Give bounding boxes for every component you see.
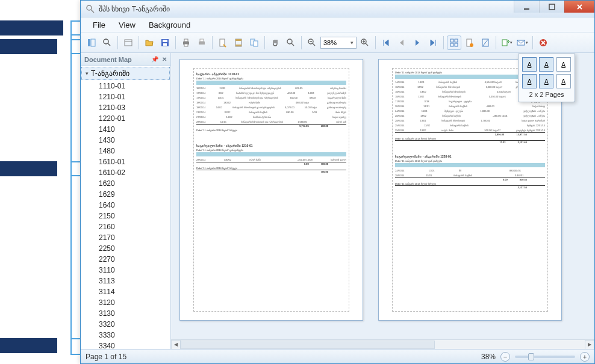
thumb-cell[interactable]: A: [539, 74, 553, 88]
thumb-cell[interactable]: A: [556, 57, 571, 72]
table-row: 28/01/1413/01ბინადარს საქმის0.48 /01: [395, 173, 545, 177]
tree-item[interactable]: 2150: [81, 211, 170, 221]
zoom-value: 38%: [323, 39, 337, 46]
tree-item[interactable]: 2170: [81, 232, 170, 243]
tree-item[interactable]: 1110-01: [81, 81, 170, 91]
multi-page-popup[interactable]: A A A A A A 2 x 2 Pages: [518, 53, 575, 102]
page-thumbnail-1[interactable]: სალარო - ანგარიში 1110-01 Debit '11 იანვ…: [179, 59, 363, 321]
tree-item[interactable]: 1410: [81, 124, 170, 135]
tree-item[interactable]: 3114: [81, 286, 170, 297]
zoom-in-button[interactable]: [358, 35, 372, 50]
color-button[interactable]: [463, 35, 477, 50]
zoom-in-round-button[interactable]: +: [580, 352, 590, 362]
maximize-button[interactable]: [539, 1, 564, 13]
tree-item[interactable]: 1210-01: [81, 91, 170, 102]
docmap-toggle-button[interactable]: [84, 35, 99, 50]
table-row: 21/01/1420/02ბინადარს საქმის880.005/03მა…: [196, 110, 346, 114]
svg-rect-43: [502, 40, 507, 46]
table-row: 28/01/1414/15ბინადარს ხმოისთვის და ოპერა…: [196, 119, 346, 124]
watermark-button[interactable]: [478, 35, 493, 50]
last-page-button[interactable]: [426, 35, 440, 50]
menu-background[interactable]: Background: [143, 19, 196, 31]
customize-button[interactable]: [121, 35, 136, 50]
tree-item[interactable]: 1620: [81, 178, 170, 189]
menu-view[interactable]: View: [113, 19, 142, 31]
header-footer-button[interactable]: [231, 35, 246, 50]
zoom-out-button[interactable]: [305, 35, 319, 50]
menubar: File View Background: [81, 17, 594, 32]
thumb-cell[interactable]: A: [522, 57, 537, 72]
menu-file[interactable]: File: [87, 19, 111, 31]
titlebar: შპს სხივი T-ანგარიში: [81, 1, 594, 17]
multi-page-button[interactable]: [447, 35, 461, 50]
svg-rect-38: [455, 43, 458, 46]
zoom-combo[interactable]: 38%: [320, 37, 357, 49]
tree-item[interactable]: 3113: [81, 276, 170, 286]
print-button[interactable]: [179, 35, 193, 50]
thumb-cell[interactable]: A: [522, 74, 537, 88]
svg-line-30: [313, 43, 315, 46]
export-button[interactable]: ▾: [499, 35, 514, 50]
preview-hscrollbar[interactable]: ◀ ▶: [171, 339, 594, 349]
email-button[interactable]: ▾: [515, 35, 529, 50]
scroll-right-button[interactable]: ▶: [585, 340, 594, 350]
table-row: 27/01/1414/02მომსახ პერსონასავაი ავაზევ: [196, 114, 346, 119]
zoom-out-round-button[interactable]: −: [500, 352, 510, 362]
document-map-tree[interactable]: T-ანგარიში 1110-011210-011210-031220-011…: [81, 66, 170, 349]
scroll-thumb[interactable]: [181, 341, 435, 349]
scroll-left-button[interactable]: ◀: [171, 340, 181, 350]
tree-item[interactable]: 3120: [81, 297, 170, 308]
page-indicator: Page 1 of 15: [86, 353, 126, 361]
preview-area[interactable]: სალარო - ანგარიში 1110-01 Debit '11 იანვ…: [171, 53, 594, 349]
tree-item[interactable]: 1210-03: [81, 102, 170, 113]
svg-rect-16: [184, 39, 188, 42]
save-button[interactable]: [158, 35, 172, 50]
table-row: 20/01/1411/01ბინადარს საქმის-480.00სატი …: [395, 103, 545, 108]
tree-item[interactable]: 1430: [81, 135, 170, 146]
first-page-button[interactable]: [379, 35, 393, 50]
tree-item[interactable]: 2160: [81, 221, 170, 232]
next-page-button[interactable]: [410, 35, 425, 50]
svg-rect-7: [91, 39, 95, 46]
quick-print-button[interactable]: [195, 35, 209, 50]
tree-item[interactable]: 2270: [81, 254, 170, 265]
svg-rect-22: [235, 39, 241, 41]
tree-item[interactable]: 3110: [81, 265, 170, 276]
tree-item[interactable]: 1610-02: [81, 167, 170, 178]
tree-item[interactable]: 3320: [81, 319, 170, 330]
pin-icon[interactable]: 📌: [151, 56, 158, 63]
open-button[interactable]: [142, 35, 157, 50]
svg-rect-37: [450, 43, 453, 46]
scale-button[interactable]: [247, 35, 261, 50]
thumb-cell[interactable]: A: [539, 57, 553, 72]
tree-item[interactable]: 1629: [81, 189, 170, 200]
table-row: 17/01/1414/15ბინადარს ხმოისთვის და ოპერა…: [196, 95, 346, 100]
magnifier-button[interactable]: [284, 35, 298, 50]
page-setup-button[interactable]: [216, 35, 230, 50]
svg-rect-10: [125, 40, 132, 46]
tree-item[interactable]: 1220-01: [81, 113, 170, 124]
close-panel-icon[interactable]: ✕: [162, 56, 167, 63]
tree-item[interactable]: 1610-01: [81, 156, 170, 167]
search-button[interactable]: [100, 35, 114, 50]
minimize-button[interactable]: [514, 1, 539, 13]
close-preview-button[interactable]: [536, 35, 550, 50]
close-button[interactable]: [564, 1, 594, 13]
tree-item[interactable]: 2250: [81, 243, 170, 254]
tree-item[interactable]: 3340: [81, 341, 170, 349]
tree-item[interactable]: 3330: [81, 330, 170, 341]
document-map-title: Document Map: [84, 56, 132, 63]
hand-tool-button[interactable]: [268, 35, 282, 50]
tree-item[interactable]: 1480: [81, 146, 170, 156]
svg-rect-6: [88, 39, 90, 46]
tree-root[interactable]: T-ანგარიში: [81, 67, 170, 80]
prev-page-button[interactable]: [394, 35, 409, 50]
thumb-cell[interactable]: A: [556, 74, 571, 88]
tree-item[interactable]: 3130: [81, 308, 170, 319]
zoom-slider[interactable]: [515, 356, 575, 358]
zoom-slider-thumb[interactable]: [528, 353, 534, 360]
table-row: 29/01/1413/02ბინადარს საქმისშემფას 22/01…: [395, 123, 545, 128]
tree-item[interactable]: 1640: [81, 200, 170, 211]
svg-line-34: [366, 43, 368, 46]
svg-rect-3: [549, 4, 555, 10]
